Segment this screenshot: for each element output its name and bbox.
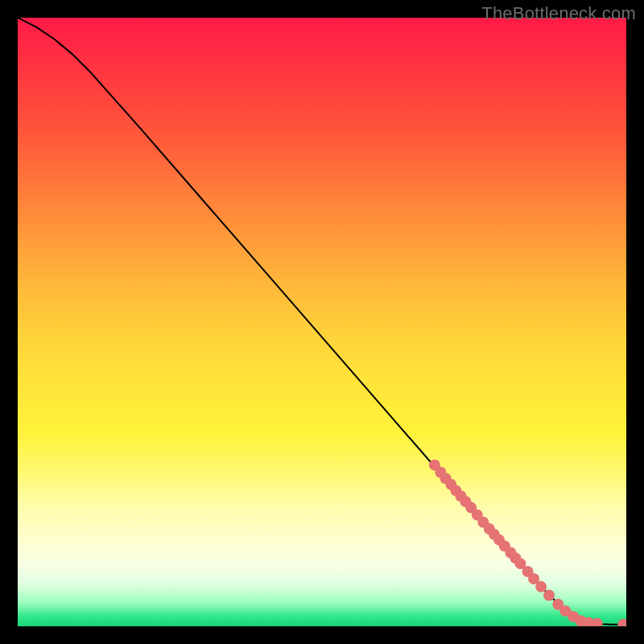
data-marker [592,618,603,626]
plot-area [18,18,626,626]
data-marker [543,589,555,601]
chart-root: TheBottleneck.com [0,0,644,644]
bottleneck-curve [18,18,626,625]
watermark-text: TheBottleneck.com [481,3,636,24]
data-marker [535,581,547,592]
curve-layer [18,18,626,626]
data-marker [617,619,626,626]
marker-group [429,460,626,626]
